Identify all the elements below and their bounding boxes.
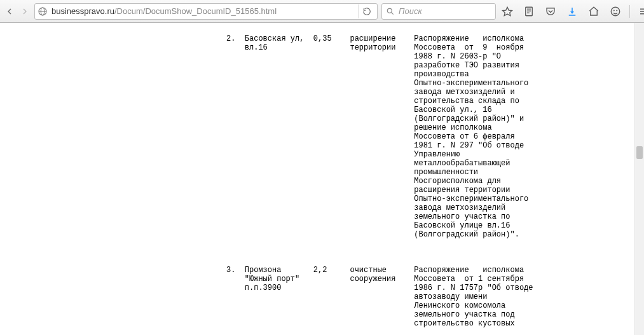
downloads-icon[interactable] <box>565 4 580 19</box>
address-bar[interactable]: businesspravo.ru/Docum/DocumShow_DocumID… <box>34 3 378 20</box>
page-content: 2. Басовская ул, 0,35 расширение Распоря… <box>10 23 634 335</box>
search-bar[interactable]: Поиск <box>381 3 496 20</box>
toolbar-separator <box>629 5 630 18</box>
document-text: 2. Басовская ул, 0,35 расширение Распоря… <box>10 23 634 328</box>
svg-point-3 <box>387 8 392 13</box>
svg-line-4 <box>391 12 393 14</box>
pocket-icon[interactable] <box>543 4 558 19</box>
bookmark-star-icon[interactable] <box>500 4 515 19</box>
page-viewport: 2. Басовская ул, 0,35 расширение Распоря… <box>0 23 644 335</box>
svg-rect-6 <box>526 7 533 16</box>
svg-point-11 <box>613 10 614 11</box>
reload-button[interactable] <box>358 4 374 18</box>
forward-button[interactable] <box>19 3 31 20</box>
browser-toolbar: businesspravo.ru/Docum/DocumShow_DocumID… <box>0 0 644 23</box>
menu-icon[interactable] <box>636 4 644 19</box>
search-placeholder: Поиск <box>399 6 422 16</box>
svg-point-12 <box>617 10 617 11</box>
reader-icon[interactable] <box>521 4 537 19</box>
scrollbar-track[interactable] <box>634 23 644 335</box>
search-icon <box>386 7 395 16</box>
svg-point-10 <box>611 7 620 16</box>
back-button[interactable] <box>4 3 15 20</box>
svg-marker-5 <box>503 7 512 16</box>
home-icon[interactable] <box>586 4 601 19</box>
url-text: businesspravo.ru/Docum/DocumShow_DocumID… <box>51 6 354 16</box>
smiley-icon[interactable] <box>608 4 623 19</box>
scrollbar-thumb[interactable] <box>636 146 643 159</box>
toolbar-right <box>500 4 644 19</box>
globe-icon <box>38 6 48 17</box>
